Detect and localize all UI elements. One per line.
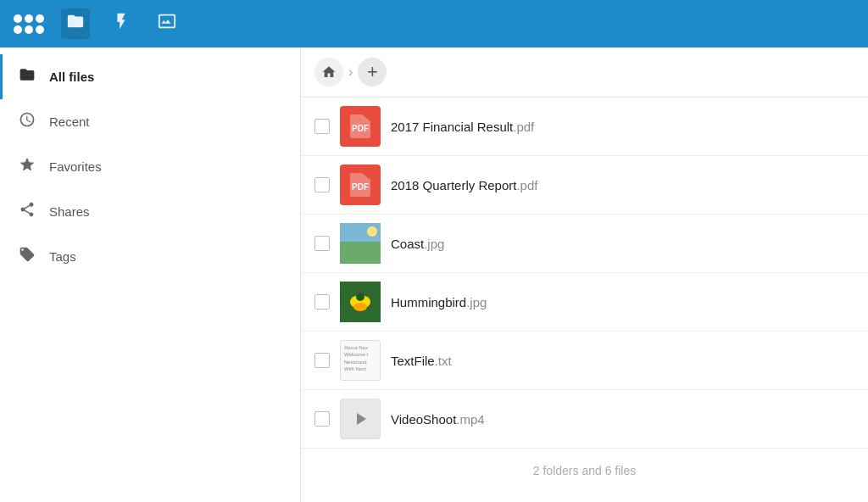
activity-nav-icon[interactable] <box>107 8 136 39</box>
table-row[interactable]: About NexWelcome tNextcloudWith Next Tex… <box>301 332 868 390</box>
sidebar-item-shares[interactable]: Shares <box>0 189 300 234</box>
file-summary: 2 folders and 6 files <box>301 449 868 493</box>
table-row[interactable]: PDF 2017 Financial Result.pdf <box>301 98 868 156</box>
home-button[interactable] <box>314 58 343 86</box>
clock-icon <box>17 111 37 132</box>
gallery-nav-icon[interactable] <box>153 8 181 39</box>
sidebar-label-all-files: All files <box>49 70 94 84</box>
sidebar-label-favorites: Favorites <box>49 159 102 174</box>
file-name: TextFile.txt <box>391 354 452 368</box>
table-row[interactable]: Coast.jpg <box>301 215 868 273</box>
sidebar-label-tags: Tags <box>49 249 76 264</box>
pdf-thumbnail: PDF <box>340 165 381 205</box>
file-name: 2017 Financial Result.pdf <box>391 120 534 134</box>
sidebar-item-favorites[interactable]: Favorites <box>0 144 300 189</box>
share-icon <box>17 201 37 222</box>
svg-point-8 <box>356 293 364 301</box>
svg-point-5 <box>367 226 377 237</box>
summary-text: 2 folders and 6 files <box>533 464 636 477</box>
tag-icon <box>17 246 37 267</box>
sidebar-item-recent[interactable]: Recent <box>0 99 300 144</box>
pdf-thumbnail: PDF <box>340 106 381 147</box>
file-checkbox[interactable] <box>314 411 330 427</box>
sidebar-label-recent: Recent <box>49 114 90 129</box>
breadcrumb: › + <box>301 47 868 98</box>
text-thumbnail: About NexWelcome tNextcloudWith Next <box>340 340 381 381</box>
new-item-button[interactable]: + <box>358 58 387 86</box>
file-name: VideoShoot.mp4 <box>391 412 485 427</box>
file-checkbox[interactable] <box>314 177 330 192</box>
star-icon <box>17 156 37 177</box>
main-layout: All files Recent Favorites <box>0 47 868 502</box>
video-thumbnail <box>340 399 381 439</box>
file-list: PDF 2017 Financial Result.pdf PDF 201 <box>301 98 868 449</box>
app-logo <box>14 14 44 34</box>
folder-icon <box>17 66 37 87</box>
svg-text:PDF: PDF <box>352 124 369 133</box>
svg-point-9 <box>353 303 367 311</box>
app-header <box>0 0 868 47</box>
files-nav-icon[interactable] <box>61 8 90 39</box>
image-thumbnail-coast <box>340 223 381 264</box>
sidebar-label-shares: Shares <box>49 204 90 219</box>
table-row[interactable]: VideoShoot.mp4 <box>301 390 868 449</box>
table-row[interactable]: PDF 2018 Quarterly Report.pdf <box>301 156 868 215</box>
file-checkbox[interactable] <box>314 119 330 134</box>
table-row[interactable]: Hummingbird.jpg <box>301 273 868 332</box>
breadcrumb-separator: › <box>348 64 353 80</box>
file-checkbox[interactable] <box>314 294 330 310</box>
file-browser: › + PDF 2017 Financial Result.pdf <box>301 47 868 502</box>
file-name: Hummingbird.jpg <box>391 295 487 310</box>
image-thumbnail-hummingbird <box>340 282 381 322</box>
file-checkbox[interactable] <box>314 353 330 368</box>
sidebar-item-tags[interactable]: Tags <box>0 234 300 279</box>
svg-text:PDF: PDF <box>352 182 369 192</box>
file-name: 2018 Quarterly Report.pdf <box>391 178 537 192</box>
sidebar: All files Recent Favorites <box>0 47 301 502</box>
file-checkbox[interactable] <box>314 236 330 251</box>
file-name: Coast.jpg <box>391 237 444 251</box>
sidebar-item-all-files[interactable]: All files <box>0 54 300 99</box>
